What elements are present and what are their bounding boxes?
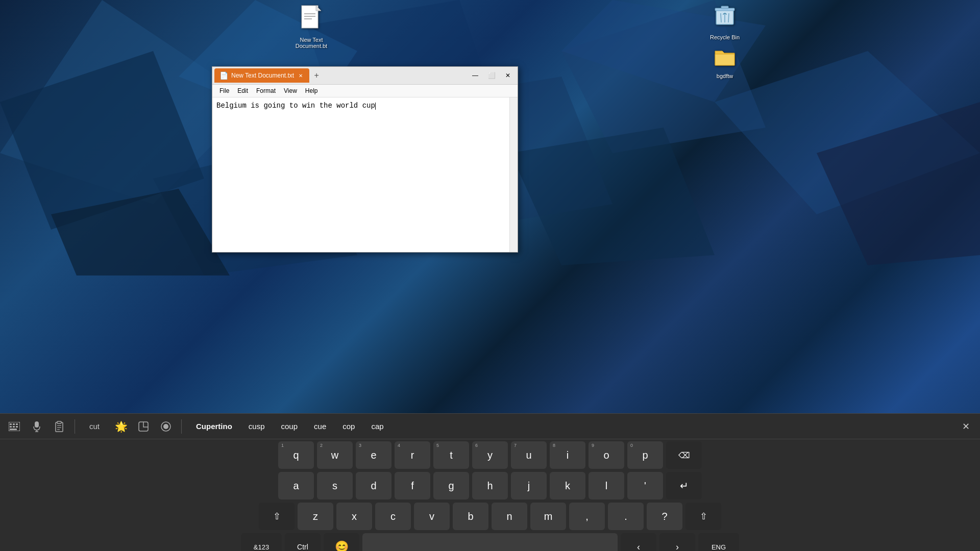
microphone-icon[interactable] [28, 417, 46, 436]
suggestion-bar: cut 🌟 Cupertino cusp [0, 414, 980, 439]
key-ctrl[interactable]: Ctrl [285, 533, 321, 551]
desktop-icon-label: New Text Document.bt [293, 37, 330, 49]
key-backspace[interactable]: ⌫ [666, 441, 702, 469]
key-l[interactable]: l [589, 472, 624, 499]
svg-rect-26 [16, 426, 18, 428]
keyboard-container: cut 🌟 Cupertino cusp [0, 413, 980, 551]
keys-area: 1q 2w 3e 4r 5t 6y 7u 8i 9o 0p ⌫ a s d f … [0, 439, 980, 551]
menu-file[interactable]: File [215, 86, 233, 96]
svg-rect-27 [10, 429, 17, 430]
recycle-bin-icon [714, 3, 736, 32]
key-b[interactable]: b [453, 503, 488, 530]
suggestion-cut[interactable]: cut [81, 419, 108, 434]
suggestion-cusp[interactable]: cusp [240, 419, 273, 434]
minimize-button[interactable]: — [468, 69, 483, 82]
key-o[interactable]: 9o [589, 441, 624, 469]
key-a[interactable]: a [278, 472, 314, 499]
sticker-icon[interactable] [134, 417, 153, 436]
notepad-tab[interactable]: 📄 New Text Document.txt ✕ [214, 68, 309, 83]
key-row-2: a s d f g h j k l ' ↵ [4, 472, 976, 499]
svg-rect-21 [10, 423, 12, 425]
suggestion-cupertino[interactable]: Cupertino [188, 419, 240, 434]
clipboard-icon[interactable] [50, 417, 68, 436]
key-e[interactable]: 3e [356, 441, 391, 469]
key-row-3: ⇧ z x c v b n m , . ? ⇧ [4, 503, 976, 530]
menu-help[interactable]: Help [301, 86, 322, 96]
menu-format[interactable]: Format [252, 86, 280, 96]
key-shift-left[interactable]: ⇧ [259, 503, 295, 530]
key-language[interactable]: ENG [698, 533, 739, 551]
svg-rect-24 [10, 426, 12, 428]
suggestion-cop[interactable]: cop [334, 419, 363, 434]
key-n[interactable]: n [492, 503, 527, 530]
svg-marker-3 [0, 51, 204, 230]
key-f[interactable]: f [395, 472, 430, 499]
suggestion-coup[interactable]: coup [273, 419, 306, 434]
key-z[interactable]: z [298, 503, 333, 530]
notepad-window: 📄 New Text Document.txt ✕ + — ⬜ ✕ File E… [212, 66, 518, 253]
key-s[interactable]: s [317, 472, 353, 499]
desktop: New Text Document.bt Recycle Bin bgdftw [0, 0, 980, 551]
text-editor[interactable]: Belgium is going to win the world cup [212, 97, 509, 252]
key-row-1: 1q 2w 3e 4r 5t 6y 7u 8i 9o 0p ⌫ [4, 441, 976, 469]
key-emoji[interactable]: 😊 [324, 533, 359, 551]
svg-point-38 [163, 424, 168, 429]
suggestion-divider-2 [181, 419, 182, 434]
menu-edit[interactable]: Edit [233, 86, 252, 96]
new-tab-button[interactable]: + [310, 69, 323, 82]
suggestion-cap[interactable]: cap [363, 419, 391, 434]
key-x[interactable]: x [336, 503, 372, 530]
key-k[interactable]: k [550, 472, 585, 499]
maximize-button[interactable]: ⬜ [484, 69, 499, 82]
keyboard-layout-icon[interactable] [5, 417, 23, 436]
key-p[interactable]: 0p [627, 441, 663, 469]
key-r[interactable]: 4r [395, 441, 430, 469]
circle-icon[interactable] [157, 417, 175, 436]
svg-marker-7 [510, 128, 715, 265]
key-right-arrow[interactable]: › [659, 533, 695, 551]
key-h[interactable]: h [472, 472, 508, 499]
suggestion-cue[interactable]: cue [306, 419, 334, 434]
key-t[interactable]: 5t [433, 441, 469, 469]
text-content: Belgium is going to win the world cup [216, 102, 375, 110]
key-g[interactable]: g [433, 472, 469, 499]
key-m[interactable]: m [530, 503, 566, 530]
desktop-icon-recycle-bin[interactable]: Recycle Bin [704, 1, 745, 42]
svg-marker-8 [817, 102, 980, 265]
svg-rect-22 [13, 423, 15, 425]
key-row-4: &123 Ctrl 😊 ‹ › ENG [4, 533, 976, 551]
tab-close-button[interactable]: ✕ [297, 72, 304, 79]
key-apostrophe[interactable]: ' [627, 472, 663, 499]
vertical-scrollbar[interactable] [509, 97, 518, 252]
key-y[interactable]: 6y [472, 441, 508, 469]
svg-marker-13 [316, 6, 321, 11]
close-button[interactable]: ✕ [500, 69, 516, 82]
key-space[interactable] [362, 533, 618, 551]
key-comma[interactable]: , [569, 503, 605, 530]
key-u[interactable]: 7u [511, 441, 547, 469]
key-d[interactable]: d [356, 472, 391, 499]
svg-rect-12 [302, 6, 318, 28]
key-w[interactable]: 2w [317, 441, 353, 469]
key-v[interactable]: v [414, 503, 450, 530]
keyboard-close-button[interactable]: ✕ [957, 417, 975, 436]
svg-rect-28 [35, 421, 39, 428]
key-enter[interactable]: ↵ [666, 472, 702, 499]
key-i[interactable]: 8i [550, 441, 585, 469]
key-j[interactable]: j [511, 472, 547, 499]
text-cursor [375, 103, 376, 110]
desktop-icon-bgdftw[interactable]: bgdftw [704, 45, 745, 81]
key-question[interactable]: ? [647, 503, 682, 530]
desktop-icon-new-text-document[interactable]: New Text Document.bt [291, 3, 332, 51]
text-area-container: Belgium is going to win the world cup [212, 97, 518, 252]
key-period[interactable]: . [608, 503, 644, 530]
suggestions-list: Cupertino cusp coup cue cop cap [188, 419, 952, 434]
key-q[interactable]: 1q [278, 441, 314, 469]
emoji-suggestion-icon[interactable]: 🌟 [112, 417, 130, 436]
key-left-arrow[interactable]: ‹ [621, 533, 656, 551]
suggestion-divider-1 [75, 419, 75, 434]
key-c[interactable]: c [375, 503, 411, 530]
key-symbols[interactable]: &123 [241, 533, 282, 551]
menu-view[interactable]: View [280, 86, 301, 96]
key-shift-right[interactable]: ⇧ [685, 503, 721, 530]
